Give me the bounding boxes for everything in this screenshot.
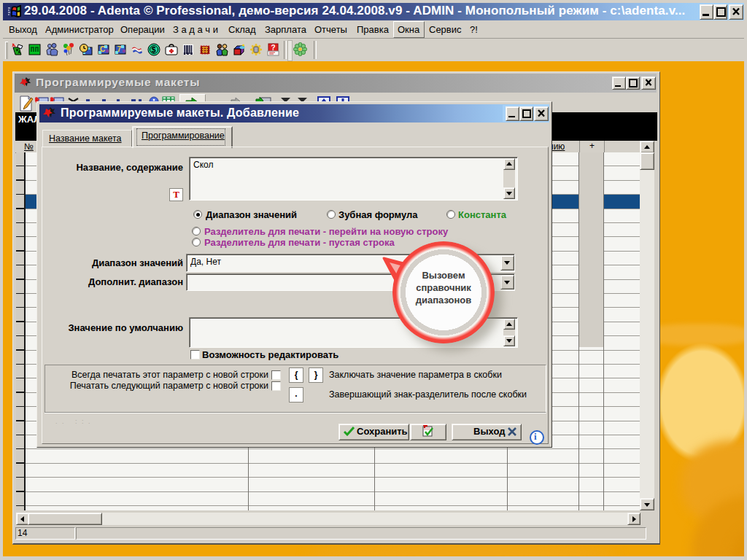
svg-text:C: C (100, 45, 105, 53)
svg-text:7: 7 (117, 45, 122, 53)
svg-text:?: ? (271, 44, 276, 52)
svg-text:$: $ (152, 45, 156, 54)
